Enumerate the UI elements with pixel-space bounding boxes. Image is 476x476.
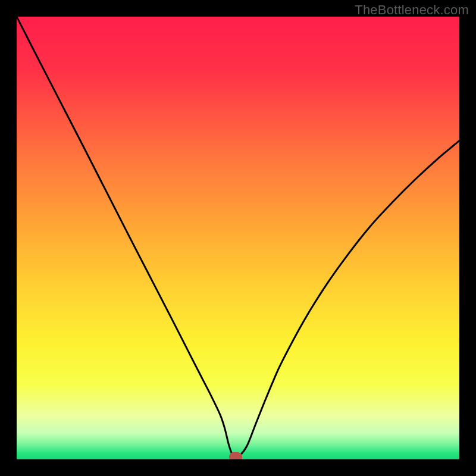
optimal-marker — [229, 452, 242, 459]
bottleneck-chart — [17, 17, 459, 459]
gradient-background — [17, 17, 459, 459]
watermark-text: TheBottleneck.com — [355, 2, 469, 18]
chart-container: TheBottleneck.com — [0, 0, 476, 476]
plot-area — [17, 17, 459, 459]
